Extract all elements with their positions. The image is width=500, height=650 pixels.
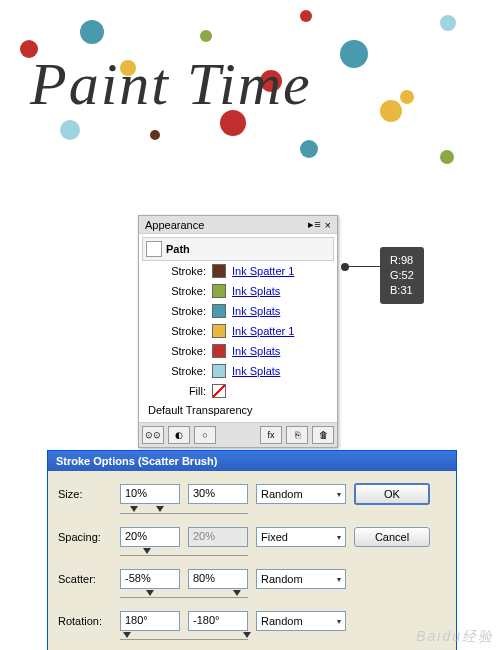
chevron-down-icon: ▾ <box>337 490 341 499</box>
footer-button[interactable]: ◐ <box>168 426 190 444</box>
spacing-max-input: 20% <box>188 527 248 547</box>
swatch-icon[interactable] <box>212 344 226 358</box>
brush-link[interactable]: Ink Spatter 1 <box>232 325 294 337</box>
path-label: Path <box>166 243 190 255</box>
chevron-down-icon: ▾ <box>337 617 341 626</box>
scatter-mode-dropdown[interactable]: Random▾ <box>256 569 346 589</box>
scatter-slider[interactable] <box>120 593 248 601</box>
fill-row[interactable]: Fill: <box>142 381 334 401</box>
spacing-mode-dropdown[interactable]: Fixed▾ <box>256 527 346 547</box>
brush-link[interactable]: Ink Splats <box>232 285 280 297</box>
stroke-row[interactable]: Stroke: Ink Splats <box>142 361 334 381</box>
trash-icon[interactable]: 🗑 <box>312 426 334 444</box>
footer-button[interactable]: ⎘ <box>286 426 308 444</box>
scatter-min-input[interactable]: -58% <box>120 569 180 589</box>
rotation-max-input[interactable]: -180° <box>188 611 248 631</box>
size-min-input[interactable]: 10% <box>120 484 180 504</box>
ok-button[interactable]: OK <box>354 483 430 505</box>
rotation-min-input[interactable]: 180° <box>120 611 180 631</box>
footer-button[interactable]: fx <box>260 426 282 444</box>
appearance-panel: Appearance ▸≡ × Path Stroke: Ink Spatter… <box>138 215 338 448</box>
artwork-text: Paint Time <box>30 50 312 119</box>
panel-header[interactable]: Appearance ▸≡ × <box>139 216 337 234</box>
spacing-label: Spacing: <box>58 531 112 543</box>
brush-link[interactable]: Ink Spatter 1 <box>232 265 294 277</box>
footer-button[interactable]: ○ <box>194 426 216 444</box>
dialog-title[interactable]: Stroke Options (Scatter Brush) <box>48 451 456 471</box>
footer-button[interactable]: ⊙⊙ <box>142 426 164 444</box>
stroke-row[interactable]: Stroke: Ink Splats <box>142 281 334 301</box>
size-mode-dropdown[interactable]: Random▾ <box>256 484 346 504</box>
stroke-row[interactable]: Stroke: Ink Spatter 1 <box>142 321 334 341</box>
close-icon[interactable]: × <box>325 219 331 231</box>
rotation-mode-dropdown[interactable]: Random▾ <box>256 611 346 631</box>
stroke-options-dialog: Stroke Options (Scatter Brush) Size: 10%… <box>47 450 457 650</box>
callout-line <box>345 266 385 267</box>
chevron-down-icon: ▾ <box>337 575 341 584</box>
swatch-icon[interactable] <box>212 264 226 278</box>
panel-tab-title: Appearance <box>145 219 308 231</box>
watermark: Baidu经验 <box>416 628 494 646</box>
swatch-icon[interactable] <box>212 364 226 378</box>
artwork-canvas: Paint Time <box>0 0 500 180</box>
size-label: Size: <box>58 488 112 500</box>
spacing-slider[interactable] <box>120 551 248 559</box>
spacing-min-input[interactable]: 20% <box>120 527 180 547</box>
size-max-input[interactable]: 30% <box>188 484 248 504</box>
fill-none-icon[interactable] <box>212 384 226 398</box>
swatch-icon[interactable] <box>212 284 226 298</box>
swatch-icon[interactable] <box>212 304 226 318</box>
rgb-readout: R:98 G:52 B:31 <box>380 247 424 304</box>
stroke-row[interactable]: Stroke: Ink Spatter 1 <box>142 261 334 281</box>
path-target-icon <box>146 241 162 257</box>
chevron-down-icon: ▾ <box>337 533 341 542</box>
stroke-row[interactable]: Stroke: Ink Splats <box>142 301 334 321</box>
brush-link[interactable]: Ink Splats <box>232 345 280 357</box>
stroke-row[interactable]: Stroke: Ink Splats <box>142 341 334 361</box>
rotation-label: Rotation: <box>58 615 112 627</box>
brush-link[interactable]: Ink Splats <box>232 365 280 377</box>
rotation-slider[interactable] <box>120 635 248 643</box>
cancel-button[interactable]: Cancel <box>354 527 430 547</box>
callout-dot <box>341 263 349 271</box>
default-transparency[interactable]: Default Transparency <box>142 401 334 419</box>
path-row[interactable]: Path <box>142 237 334 261</box>
brush-link[interactable]: Ink Splats <box>232 305 280 317</box>
scatter-max-input[interactable]: 80% <box>188 569 248 589</box>
panel-footer: ⊙⊙ ◐ ○ fx ⎘ 🗑 <box>139 422 337 447</box>
scatter-label: Scatter: <box>58 573 112 585</box>
swatch-icon[interactable] <box>212 324 226 338</box>
size-slider[interactable] <box>120 509 248 517</box>
panel-menu-icon[interactable]: ▸≡ <box>308 218 320 231</box>
